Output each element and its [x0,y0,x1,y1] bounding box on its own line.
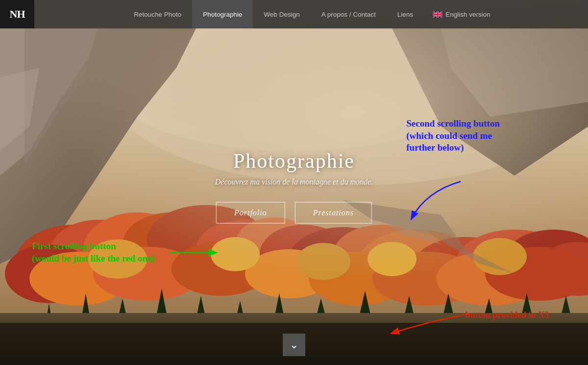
nav-web-design[interactable]: Web Design [253,0,310,28]
nav-english[interactable]: English version [424,11,499,18]
portfolio-button[interactable]: Portfolio [216,202,285,224]
nav-liens[interactable]: Liens [387,0,424,28]
english-version-label: English version [445,11,490,18]
hero-buttons: Portfolio Prestations [215,202,373,224]
hero-subtitle: Découvrez ma vision de la montagne et du… [215,178,373,186]
blue-arrow-icon [397,177,475,226]
scroll-down-button[interactable]: ⌄ [283,334,305,356]
main-nav: NH Retouche Photo Photographie Web Desig… [0,0,588,28]
nav-retouche-photo[interactable]: Retouche Photo [123,0,192,28]
logo-text: NH [10,8,25,21]
nav-links: Retouche Photo Photographie Web Design A… [34,0,588,28]
hero-section: Photographie Découvrez ma vision de la m… [0,0,588,365]
uk-flag-icon [433,11,442,18]
prestations-button[interactable]: Prestations [295,202,372,224]
hero-content: Photographie Découvrez ma vision de la m… [215,149,373,224]
logo[interactable]: NH [0,0,34,28]
chevron-down-icon: ⌄ [290,339,298,350]
hero-title: Photographie [215,149,373,173]
red-arrow-icon [382,306,480,345]
green-arrow-icon [167,243,225,262]
nav-photographie[interactable]: Photographie [192,0,253,28]
nav-apropos[interactable]: A propos / Contact [311,0,387,28]
